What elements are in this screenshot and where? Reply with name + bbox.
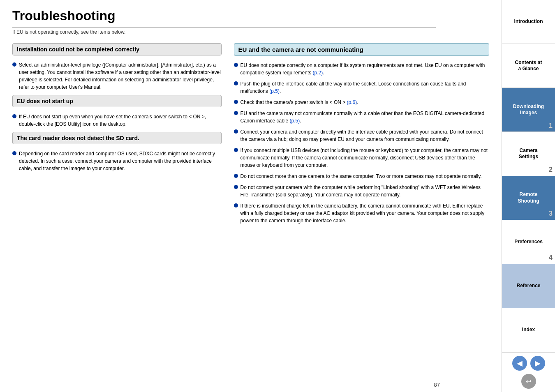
page-title: Troubleshooting bbox=[12, 8, 436, 28]
home-icon: ↩ bbox=[526, 378, 531, 385]
right-column: EU and the camera are not communicating … bbox=[234, 43, 490, 228]
eu-camera-bullets: EU does not operate correctly on a compu… bbox=[234, 62, 490, 224]
card-reader-bullets: Depending on the card reader and compute… bbox=[12, 150, 222, 172]
eu-start-bullets: If EU does not start up even when you ha… bbox=[12, 113, 222, 128]
sidebar-item-label: RemoteShooting bbox=[518, 191, 539, 204]
sidebar-item-reference[interactable]: Reference bbox=[502, 264, 555, 308]
bullet-dot bbox=[12, 151, 16, 155]
next-icon: ▶ bbox=[535, 359, 541, 368]
sidebar-item-label: Contents ata Glance bbox=[515, 60, 542, 72]
list-item: Connect your camera and computer directl… bbox=[234, 128, 490, 143]
sidebar-item-downloading[interactable]: DownloadingImages 1 bbox=[502, 88, 555, 132]
nav-arrows: ◀ ▶ bbox=[502, 352, 555, 374]
link-p2[interactable]: (p.2) bbox=[313, 70, 323, 76]
sidebar-item-introduction[interactable]: Introduction bbox=[502, 0, 555, 44]
card-reader-section: The card reader does not detect the SD c… bbox=[12, 132, 222, 144]
bullet-dot bbox=[234, 148, 238, 152]
home-button[interactable]: ↩ bbox=[521, 374, 536, 389]
list-item: Select an administrator-level privilege … bbox=[12, 61, 222, 91]
sidebar: Introduction Contents ata Glance Downloa… bbox=[502, 0, 555, 392]
bullet-dot bbox=[12, 62, 16, 67]
list-item: Check that the camera's power switch is … bbox=[234, 99, 490, 106]
sidebar-item-number: 1 bbox=[549, 122, 553, 130]
list-item: EU does not operate correctly on a compu… bbox=[234, 62, 490, 76]
eu-camera-section: EU and the camera are not communicating bbox=[234, 43, 490, 56]
bullet-dot bbox=[234, 174, 238, 178]
bullet-dot bbox=[234, 185, 238, 189]
list-item: If there is insufficient charge left in … bbox=[234, 202, 490, 224]
sidebar-item-label: CameraSettings bbox=[519, 148, 538, 160]
sidebar-item-contents[interactable]: Contents ata Glance bbox=[502, 44, 555, 88]
sidebar-item-camera-settings[interactable]: CameraSettings 2 bbox=[502, 132, 555, 176]
card-reader-heading: The card reader does not detect the SD c… bbox=[17, 135, 217, 141]
list-item: Do not connect more than one camera to t… bbox=[234, 173, 490, 180]
list-item: If EU does not start up even when you ha… bbox=[12, 113, 222, 128]
list-item: Push the plug of the interface cable all… bbox=[234, 80, 490, 95]
bullet-dot bbox=[234, 111, 238, 115]
sidebar-item-label: DownloadingImages bbox=[513, 104, 544, 116]
link-p5b[interactable]: (p.5) bbox=[290, 118, 300, 124]
list-item: If you connect multiple USB devices (not… bbox=[234, 147, 490, 169]
bullet-dot bbox=[234, 63, 238, 67]
installation-section: Installation could not be completed corr… bbox=[12, 43, 222, 55]
left-column: Installation could not be completed corr… bbox=[12, 43, 222, 228]
sidebar-item-label: Index bbox=[522, 327, 535, 333]
link-p6[interactable]: (p.6) bbox=[347, 99, 357, 105]
list-item: EU and the camera may not communicate no… bbox=[234, 110, 490, 125]
installation-bullets: Select an administrator-level privilege … bbox=[12, 61, 222, 91]
sidebar-item-label: Introduction bbox=[514, 18, 543, 25]
sidebar-item-number: 2 bbox=[549, 166, 553, 174]
sidebar-item-index[interactable]: Index bbox=[502, 308, 555, 352]
sidebar-item-label: Reference bbox=[516, 283, 540, 289]
page-number: 87 bbox=[434, 382, 440, 388]
link-p5a[interactable]: (p.5) bbox=[269, 88, 280, 94]
bullet-dot bbox=[234, 203, 238, 208]
prev-button[interactable]: ◀ bbox=[512, 356, 527, 371]
sidebar-item-number: 3 bbox=[549, 210, 553, 218]
list-item: Depending on the card reader and compute… bbox=[12, 150, 222, 172]
bullet-dot bbox=[234, 129, 238, 134]
two-column-layout: Installation could not be completed corr… bbox=[12, 43, 489, 228]
sidebar-item-remote-shooting[interactable]: RemoteShooting 3 bbox=[502, 176, 555, 220]
page-subtitle: If EU is not operating correctly, see th… bbox=[12, 29, 489, 35]
next-button[interactable]: ▶ bbox=[530, 356, 545, 371]
bullet-dot bbox=[234, 81, 238, 85]
eu-start-heading: EU does not start up bbox=[17, 98, 217, 104]
sidebar-item-number: 4 bbox=[549, 254, 553, 262]
prev-icon: ◀ bbox=[517, 359, 523, 368]
bullet-dot bbox=[234, 100, 238, 104]
sidebar-item-preferences[interactable]: Preferences 4 bbox=[502, 220, 555, 264]
installation-heading: Installation could not be completed corr… bbox=[17, 46, 217, 53]
main-content: Troubleshooting If EU is not operating c… bbox=[0, 0, 502, 392]
bullet-dot bbox=[12, 114, 16, 118]
sidebar-item-label: Preferences bbox=[514, 239, 543, 245]
list-item: Do not connect your camera with the comp… bbox=[234, 184, 490, 198]
eu-start-section: EU does not start up bbox=[12, 95, 222, 107]
eu-camera-heading: EU and the camera are not communicating bbox=[238, 46, 485, 53]
